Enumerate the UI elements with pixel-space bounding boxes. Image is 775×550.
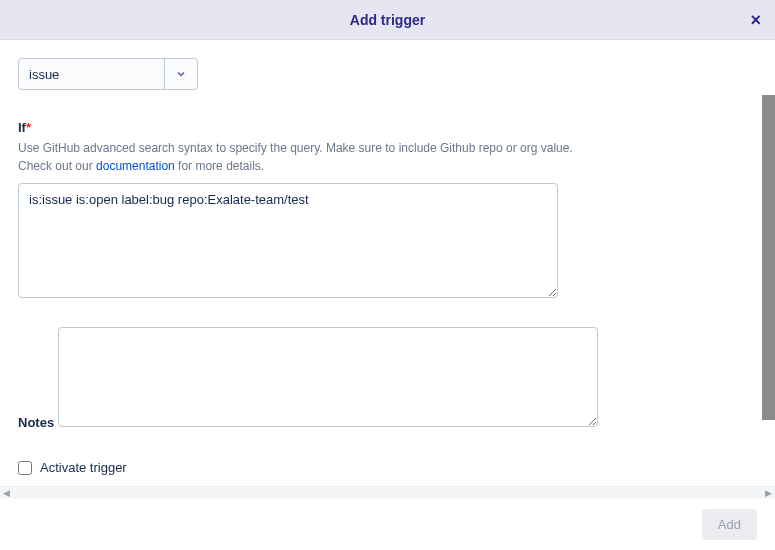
if-help-suffix: for more details. <box>175 159 264 173</box>
scroll-right-icon[interactable]: ▶ <box>762 487 775 499</box>
horizontal-scrollbar[interactable]: ◀ ▶ <box>0 486 775 499</box>
content-wrapper: issue If* Use GitHub advanced search syn… <box>0 40 775 499</box>
close-icon[interactable]: × <box>750 11 761 29</box>
if-field-block: If* Use GitHub advanced search syntax to… <box>18 120 757 301</box>
add-button[interactable]: Add <box>702 509 757 540</box>
chevron-down-icon <box>165 68 197 80</box>
if-query-input[interactable] <box>18 183 558 298</box>
modal-header: Add trigger × <box>0 0 775 40</box>
activate-trigger-label[interactable]: Activate trigger <box>40 460 127 475</box>
if-label-row: If* <box>18 120 757 139</box>
activate-trigger-checkbox[interactable] <box>18 461 32 475</box>
notes-input[interactable] <box>58 327 598 427</box>
documentation-link[interactable]: documentation <box>96 159 175 173</box>
scroll-left-icon[interactable]: ◀ <box>0 487 13 499</box>
if-help-text: Use GitHub advanced search syntax to spe… <box>18 139 578 175</box>
content-scroll-area[interactable]: issue If* Use GitHub advanced search syn… <box>0 40 775 486</box>
required-marker: * <box>26 120 31 135</box>
modal-footer: Add <box>0 499 775 550</box>
notes-label: Notes <box>18 415 54 430</box>
modal-content: issue If* Use GitHub advanced search syn… <box>0 40 775 486</box>
entity-type-value: issue <box>19 67 164 82</box>
modal-title: Add trigger <box>350 12 425 28</box>
notes-field-block: Notes <box>18 327 757 434</box>
hscroll-track[interactable] <box>13 487 762 499</box>
if-label: If <box>18 120 26 135</box>
entity-type-select[interactable]: issue <box>18 58 198 90</box>
activate-trigger-row: Activate trigger <box>18 460 757 475</box>
